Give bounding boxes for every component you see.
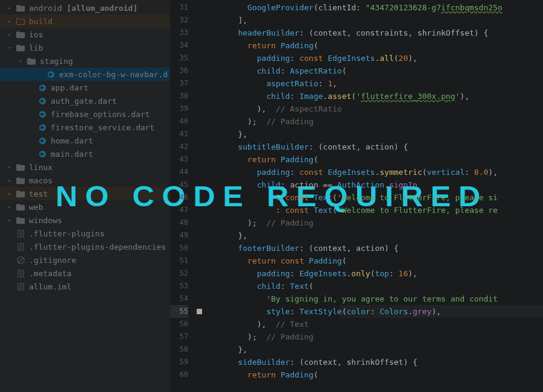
code-line[interactable]: sideBuilder: (context, shrinkOffset) {: [195, 356, 543, 368]
dart-icon: [37, 136, 47, 145]
chevron-down-icon[interactable]: ▾: [6, 44, 13, 51]
line-number: 44: [170, 166, 188, 179]
code-line[interactable]: footerBuilder: (context, action) {: [195, 242, 543, 254]
line-number: 39: [170, 103, 188, 115]
code-line[interactable]: 'By signing in, you agree to our terms a…: [195, 292, 543, 305]
dart-icon: [37, 122, 47, 132]
tree-item--flutter-plugins[interactable]: .flutter-plugins: [0, 227, 170, 240]
tree-item-firestore-service-dart[interactable]: firestore_service.dart: [0, 121, 170, 134]
chevron-down-icon[interactable]: ▾: [17, 57, 24, 65]
code-line[interactable]: return Padding(: [195, 153, 543, 166]
code-line[interactable]: return Padding(: [195, 39, 543, 52]
tree-item-linux[interactable]: ▸linux: [0, 160, 170, 174]
file-icon: [16, 242, 25, 251]
tree-item-label: staging: [40, 57, 73, 66]
tree-item-firebase-options-dart[interactable]: firebase_options.dart: [0, 107, 170, 121]
tree-item-main-dart[interactable]: main.dart: [0, 147, 170, 160]
code-line[interactable]: GoogleProvider(clientId: "434720123628-g…: [195, 1, 543, 14]
tree-item-ios[interactable]: ▸ios: [0, 28, 170, 41]
code-line[interactable]: headerBuilder: (context, constraints, sh…: [195, 27, 543, 39]
tree-item-label: home.dart: [51, 136, 93, 145]
tree-item--gitignore[interactable]: .gitignore: [0, 253, 170, 267]
code-line[interactable]: ); // Padding: [195, 330, 543, 343]
line-number: 32: [170, 14, 188, 27]
tree-item-staging[interactable]: ▾staging: [0, 54, 170, 68]
line-number: 53: [170, 280, 188, 292]
chevron-right-icon[interactable]: ▸: [6, 203, 13, 210]
line-number: 59: [170, 356, 188, 368]
tree-item-home-dart[interactable]: home.dart: [0, 134, 170, 147]
code-line[interactable]: return Padding(: [195, 368, 543, 381]
tree-item-web[interactable]: ▸web: [0, 200, 170, 213]
tree-item-label: .metadata: [29, 269, 71, 278]
tree-item-app-dart[interactable]: app.dart: [0, 81, 170, 94]
code-line[interactable]: child: action == AuthAction.signIn: [195, 179, 543, 191]
line-number: 34: [170, 39, 188, 52]
folder-icon: [16, 175, 25, 185]
line-number: 50: [170, 242, 188, 254]
tree-item-label: exm-color-bg-w-navbar.d: [59, 70, 168, 79]
chevron-right-icon[interactable]: ▸: [6, 31, 13, 38]
tree-item-build[interactable]: ▸build: [0, 14, 170, 28]
tree-item--metadata[interactable]: .metadata: [0, 267, 170, 280]
line-number: 40: [170, 115, 188, 128]
folder-icon: [16, 43, 25, 52]
chevron-right-icon[interactable]: ▸: [6, 190, 13, 197]
tree-item-macos[interactable]: ▸macos: [0, 174, 170, 187]
code-line[interactable]: },: [195, 229, 543, 242]
code-line[interactable]: },: [195, 128, 543, 141]
code-line[interactable]: child: AspectRatio(: [195, 65, 543, 77]
tree-item-label: build: [29, 17, 52, 26]
tree-item-label: auth_gate.dart: [51, 96, 117, 106]
line-number: 43: [170, 153, 188, 166]
code-line[interactable]: : const Text('Welcome to FlutterFire, pl…: [195, 204, 543, 217]
code-line[interactable]: padding: const EdgeInsets.symmetric(vert…: [195, 166, 543, 179]
folder-icon: [16, 189, 25, 198]
line-number: 37: [170, 77, 188, 90]
tree-item-label: web: [29, 203, 43, 212]
folder-icon: [16, 215, 25, 225]
code-line[interactable]: ); // Padding: [195, 115, 543, 128]
dart-icon: [37, 109, 47, 119]
code-line[interactable]: child: Image.asset('flutterfire_300x.png…: [195, 90, 543, 103]
dart-icon: [37, 149, 47, 159]
tree-item-label: firestore_service.dart: [51, 123, 154, 132]
chevron-right-icon[interactable]: ▸: [6, 4, 13, 11]
tree-item-auth-gate-dart[interactable]: auth_gate.dart: [0, 94, 170, 107]
chevron-right-icon[interactable]: ▸: [6, 177, 13, 184]
chevron-right-icon[interactable]: ▸: [6, 163, 13, 171]
code-line[interactable]: padding: const EdgeInsets.all(20),: [195, 52, 543, 65]
line-number: 42: [170, 141, 188, 153]
chevron-right-icon[interactable]: ▸: [6, 217, 13, 224]
code-line[interactable]: ), // Text: [195, 318, 543, 330]
tree-item-lib[interactable]: ▾lib: [0, 41, 170, 54]
tree-item-test[interactable]: ▸test: [0, 187, 170, 200]
code-editor[interactable]: 3132333435363738394041424344454647484950…: [170, 0, 543, 392]
code-line[interactable]: ? const Text('Welcome to FlutterFire, pl…: [195, 191, 543, 204]
project-tree-sidebar[interactable]: ▸android [allum_android]▸build▸ios▾lib▾s…: [0, 0, 170, 392]
line-number: 38: [170, 90, 188, 103]
code-line[interactable]: aspectRatio: 1,: [195, 77, 543, 90]
tree-item-label: lib: [29, 43, 43, 52]
tree-item-windows[interactable]: ▸windows: [0, 213, 170, 227]
chevron-right-icon[interactable]: ▸: [6, 17, 13, 25]
tree-item-android[interactable]: ▸android [allum_android]: [0, 1, 170, 14]
code-line[interactable]: ), // AspectRatio: [195, 103, 543, 115]
code-line[interactable]: },: [195, 343, 543, 356]
tree-item-allum-iml[interactable]: allum.iml: [0, 280, 170, 293]
code-line[interactable]: return const Padding(: [195, 254, 543, 267]
code-line[interactable]: ); // Padding: [195, 217, 543, 229]
tree-item--flutter-plugins-dependencies[interactable]: .flutter-plugins-dependencies: [0, 240, 170, 253]
tree-item-label: linux: [29, 163, 52, 172]
code-area[interactable]: GoogleProvider(clientId: "434720123628-g…: [195, 0, 543, 392]
code-line[interactable]: padding: EdgeInsets.only(top: 16),: [195, 267, 543, 280]
code-line[interactable]: child: Text(: [195, 280, 543, 292]
tree-item-label: android [allum_android]: [29, 4, 138, 13]
folder-icon: [16, 3, 25, 13]
code-line[interactable]: subtitleBuilder: (context, action) {: [195, 141, 543, 153]
tree-item-exm-color-bg-w-navbar-d[interactable]: exm-color-bg-w-navbar.d: [0, 68, 170, 81]
ignore-icon: [16, 255, 25, 265]
code-line[interactable]: ],: [195, 14, 543, 27]
code-line[interactable]: style: TextStyle(color: Colors.grey),: [195, 305, 543, 318]
folder-icon: [16, 162, 25, 172]
